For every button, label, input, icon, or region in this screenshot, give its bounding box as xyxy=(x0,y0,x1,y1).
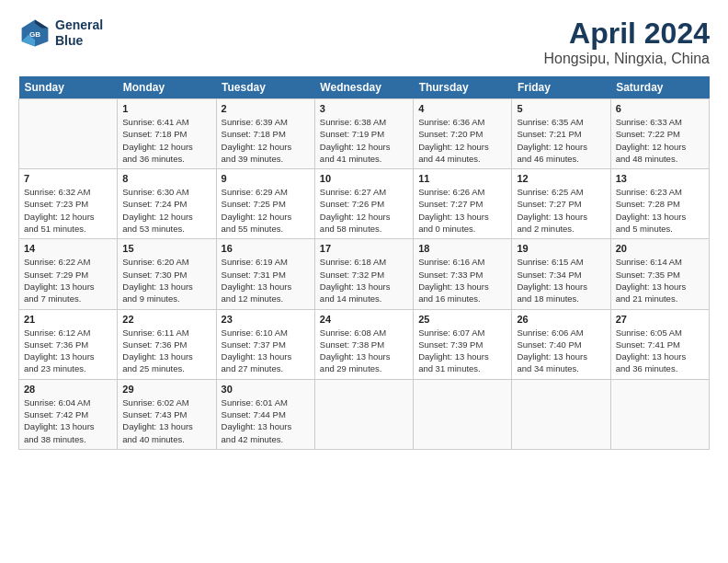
calendar-cell: 15Sunrise: 6:20 AM Sunset: 7:30 PM Dayli… xyxy=(118,239,216,309)
day-info: Sunrise: 6:23 AM Sunset: 7:28 PM Dayligh… xyxy=(616,186,704,235)
calendar-cell: 9Sunrise: 6:29 AM Sunset: 7:25 PM Daylig… xyxy=(216,169,314,239)
calendar-cell: 1Sunrise: 6:41 AM Sunset: 7:18 PM Daylig… xyxy=(118,99,216,169)
calendar-cell: 27Sunrise: 6:05 AM Sunset: 7:41 PM Dayli… xyxy=(610,309,709,379)
day-info: Sunrise: 6:39 AM Sunset: 7:18 PM Dayligh… xyxy=(222,116,310,165)
day-info: Sunrise: 6:06 AM Sunset: 7:40 PM Dayligh… xyxy=(517,327,605,375)
day-number: 27 xyxy=(616,314,704,325)
calendar-cell: 6Sunrise: 6:33 AM Sunset: 7:22 PM Daylig… xyxy=(610,99,709,169)
calendar-cell: 5Sunrise: 6:35 AM Sunset: 7:21 PM Daylig… xyxy=(512,99,610,169)
calendar-cell: 21Sunrise: 6:12 AM Sunset: 7:36 PM Dayli… xyxy=(19,309,118,379)
day-number: 13 xyxy=(616,173,704,184)
week-row-3: 14Sunrise: 6:22 AM Sunset: 7:29 PM Dayli… xyxy=(19,239,710,309)
logo-icon: GB xyxy=(18,17,51,50)
day-info: Sunrise: 6:10 AM Sunset: 7:37 PM Dayligh… xyxy=(222,327,310,375)
logo-text: General Blue xyxy=(55,17,103,49)
calendar-cell: 7Sunrise: 6:32 AM Sunset: 7:23 PM Daylig… xyxy=(19,169,118,239)
day-info: Sunrise: 6:04 AM Sunset: 7:42 PM Dayligh… xyxy=(24,396,112,445)
calendar-cell: 4Sunrise: 6:36 AM Sunset: 7:20 PM Daylig… xyxy=(414,99,512,169)
week-row-5: 28Sunrise: 6:04 AM Sunset: 7:42 PM Dayli… xyxy=(19,379,710,449)
calendar-cell xyxy=(610,379,709,449)
calendar-cell: 28Sunrise: 6:04 AM Sunset: 7:42 PM Dayli… xyxy=(19,379,118,449)
day-number: 7 xyxy=(24,173,112,184)
day-number: 5 xyxy=(517,103,605,114)
day-info: Sunrise: 6:01 AM Sunset: 7:44 PM Dayligh… xyxy=(222,396,310,445)
day-info: Sunrise: 6:12 AM Sunset: 7:36 PM Dayligh… xyxy=(24,327,112,375)
day-info: Sunrise: 6:41 AM Sunset: 7:18 PM Dayligh… xyxy=(122,116,210,165)
calendar-cell: 30Sunrise: 6:01 AM Sunset: 7:44 PM Dayli… xyxy=(216,379,314,449)
day-number: 28 xyxy=(24,384,112,395)
day-number: 15 xyxy=(122,243,210,254)
main-title: April 2024 xyxy=(543,17,710,51)
day-info: Sunrise: 6:07 AM Sunset: 7:39 PM Dayligh… xyxy=(418,327,506,375)
calendar-cell: 12Sunrise: 6:25 AM Sunset: 7:27 PM Dayli… xyxy=(512,169,610,239)
day-info: Sunrise: 6:02 AM Sunset: 7:43 PM Dayligh… xyxy=(122,396,210,445)
day-number: 17 xyxy=(320,243,408,254)
col-header-wednesday: Wednesday xyxy=(314,76,413,99)
calendar-cell: 18Sunrise: 6:16 AM Sunset: 7:33 PM Dayli… xyxy=(414,239,512,309)
day-info: Sunrise: 6:36 AM Sunset: 7:20 PM Dayligh… xyxy=(418,116,506,165)
day-number: 3 xyxy=(320,103,408,114)
calendar-cell: 8Sunrise: 6:30 AM Sunset: 7:24 PM Daylig… xyxy=(118,169,216,239)
logo-line1: General xyxy=(55,17,103,33)
calendar-cell: 2Sunrise: 6:39 AM Sunset: 7:18 PM Daylig… xyxy=(216,99,314,169)
week-row-1: 1Sunrise: 6:41 AM Sunset: 7:18 PM Daylig… xyxy=(19,99,710,169)
day-number: 6 xyxy=(616,103,704,114)
week-row-2: 7Sunrise: 6:32 AM Sunset: 7:23 PM Daylig… xyxy=(19,169,710,239)
day-info: Sunrise: 6:26 AM Sunset: 7:27 PM Dayligh… xyxy=(418,186,506,235)
day-number: 19 xyxy=(517,243,605,254)
day-info: Sunrise: 6:18 AM Sunset: 7:32 PM Dayligh… xyxy=(320,256,408,304)
day-number: 11 xyxy=(418,173,506,184)
calendar-cell xyxy=(414,379,512,449)
day-number: 2 xyxy=(222,103,310,114)
day-info: Sunrise: 6:27 AM Sunset: 7:26 PM Dayligh… xyxy=(320,186,408,235)
calendar-cell: 25Sunrise: 6:07 AM Sunset: 7:39 PM Dayli… xyxy=(414,309,512,379)
col-header-friday: Friday xyxy=(512,76,610,99)
calendar-cell: 14Sunrise: 6:22 AM Sunset: 7:29 PM Dayli… xyxy=(19,239,118,309)
day-number: 4 xyxy=(418,103,506,114)
week-row-4: 21Sunrise: 6:12 AM Sunset: 7:36 PM Dayli… xyxy=(19,309,710,379)
day-info: Sunrise: 6:30 AM Sunset: 7:24 PM Dayligh… xyxy=(122,186,210,235)
header-row: SundayMondayTuesdayWednesdayThursdayFrid… xyxy=(19,76,710,99)
calendar-cell: 24Sunrise: 6:08 AM Sunset: 7:38 PM Dayli… xyxy=(314,309,413,379)
col-header-thursday: Thursday xyxy=(414,76,512,99)
day-number: 23 xyxy=(222,314,310,325)
day-number: 26 xyxy=(517,314,605,325)
day-number: 1 xyxy=(122,103,210,114)
day-info: Sunrise: 6:33 AM Sunset: 7:22 PM Dayligh… xyxy=(616,116,704,165)
day-number: 9 xyxy=(222,173,310,184)
svg-text:GB: GB xyxy=(29,30,40,39)
day-number: 14 xyxy=(24,243,112,254)
calendar-cell: 13Sunrise: 6:23 AM Sunset: 7:28 PM Dayli… xyxy=(610,169,709,239)
calendar-cell: 17Sunrise: 6:18 AM Sunset: 7:32 PM Dayli… xyxy=(314,239,413,309)
day-info: Sunrise: 6:38 AM Sunset: 7:19 PM Dayligh… xyxy=(320,116,408,165)
page: GB General Blue April 2024 Hongsipu, Nin… xyxy=(0,0,728,459)
day-info: Sunrise: 6:05 AM Sunset: 7:41 PM Dayligh… xyxy=(616,327,704,375)
day-number: 29 xyxy=(122,384,210,395)
calendar-cell xyxy=(512,379,610,449)
calendar-cell xyxy=(19,99,118,169)
day-number: 21 xyxy=(24,314,112,325)
subtitle: Hongsipu, Ningxia, China xyxy=(543,51,710,67)
calendar-cell: 26Sunrise: 6:06 AM Sunset: 7:40 PM Dayli… xyxy=(512,309,610,379)
col-header-saturday: Saturday xyxy=(610,76,709,99)
calendar-table: SundayMondayTuesdayWednesdayThursdayFrid… xyxy=(18,76,710,450)
header: GB General Blue April 2024 Hongsipu, Nin… xyxy=(18,17,710,67)
day-info: Sunrise: 6:22 AM Sunset: 7:29 PM Dayligh… xyxy=(24,256,112,304)
calendar-cell: 23Sunrise: 6:10 AM Sunset: 7:37 PM Dayli… xyxy=(216,309,314,379)
day-number: 24 xyxy=(320,314,408,325)
day-info: Sunrise: 6:20 AM Sunset: 7:30 PM Dayligh… xyxy=(122,256,210,304)
day-number: 10 xyxy=(320,173,408,184)
calendar-cell: 19Sunrise: 6:15 AM Sunset: 7:34 PM Dayli… xyxy=(512,239,610,309)
day-number: 18 xyxy=(418,243,506,254)
calendar-cell: 3Sunrise: 6:38 AM Sunset: 7:19 PM Daylig… xyxy=(314,99,413,169)
calendar-cell: 20Sunrise: 6:14 AM Sunset: 7:35 PM Dayli… xyxy=(610,239,709,309)
calendar-cell: 11Sunrise: 6:26 AM Sunset: 7:27 PM Dayli… xyxy=(414,169,512,239)
col-header-tuesday: Tuesday xyxy=(216,76,314,99)
logo-line2: Blue xyxy=(55,33,103,49)
col-header-sunday: Sunday xyxy=(19,76,118,99)
day-info: Sunrise: 6:08 AM Sunset: 7:38 PM Dayligh… xyxy=(320,327,408,375)
logo: GB General Blue xyxy=(18,17,103,50)
day-number: 8 xyxy=(122,173,210,184)
day-info: Sunrise: 6:16 AM Sunset: 7:33 PM Dayligh… xyxy=(418,256,506,304)
day-info: Sunrise: 6:25 AM Sunset: 7:27 PM Dayligh… xyxy=(517,186,605,235)
